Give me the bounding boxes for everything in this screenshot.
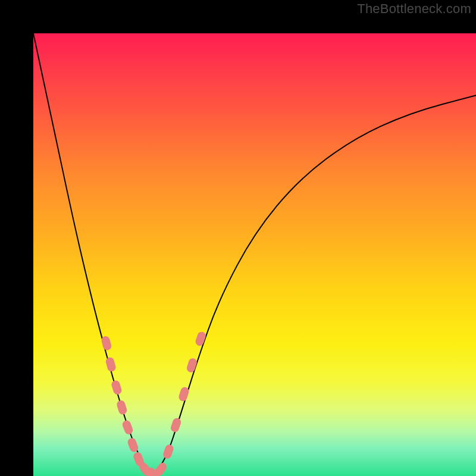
bead-group: [101, 331, 207, 476]
bead: [186, 357, 198, 373]
chart-frame: [0, 0, 476, 476]
svg-rect-11: [170, 417, 182, 433]
bead: [153, 461, 168, 476]
bottleneck-curve: [33, 33, 476, 472]
svg-rect-1: [105, 356, 117, 372]
svg-rect-3: [116, 399, 128, 415]
svg-rect-9: [153, 461, 168, 476]
bead: [116, 399, 128, 415]
bead: [105, 356, 117, 372]
plot-area: [33, 33, 476, 476]
chart-svg: [33, 33, 476, 476]
svg-rect-10: [162, 444, 174, 460]
svg-rect-13: [186, 357, 198, 373]
watermark-text: TheBottleneck.com: [357, 1, 471, 17]
bead: [170, 417, 182, 433]
svg-rect-4: [121, 419, 134, 436]
bead: [162, 444, 174, 460]
bead: [111, 380, 123, 396]
bead: [121, 419, 134, 436]
svg-rect-2: [111, 380, 123, 396]
